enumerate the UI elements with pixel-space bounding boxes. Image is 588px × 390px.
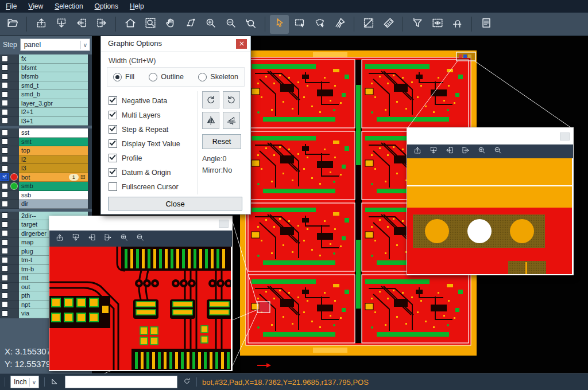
pan-hand-button[interactable]: [161, 15, 180, 34]
radio-fill[interactable]: Fill: [113, 73, 134, 81]
zoom-in-button[interactable]: [119, 233, 129, 244]
layer-visibility-checkbox[interactable]: [0, 283, 9, 292]
layer-visibility-checkbox[interactable]: [0, 274, 9, 283]
layer-row-layer_3.gbr[interactable]: layer_3.gbr: [0, 99, 92, 108]
open-folder-button[interactable]: [3, 15, 22, 34]
window-button[interactable]: [560, 132, 570, 141]
rect-select-button[interactable]: [290, 15, 309, 34]
close-button[interactable]: Close: [108, 197, 242, 210]
drafting-triangle-icon[interactable]: [50, 376, 60, 388]
zoom-out-button[interactable]: [136, 233, 145, 244]
menu-item-file[interactable]: File: [0, 1, 22, 11]
ruler-button[interactable]: [379, 15, 398, 34]
select-tool-button[interactable]: [270, 15, 289, 34]
checkbox-datum-origin[interactable]: Datum & Origin: [109, 165, 180, 180]
checkbox-multi-layers[interactable]: Multi Layers: [109, 108, 180, 122]
layer-row-bfsmb[interactable]: bfsmb: [0, 72, 92, 81]
filter-button[interactable]: [408, 15, 427, 34]
layer-active-indicator[interactable]: [9, 309, 19, 318]
layer-active-indicator[interactable]: [9, 212, 19, 221]
layer-row-sst[interactable]: sst: [0, 128, 92, 138]
pan-left-button[interactable]: [87, 233, 96, 244]
layer-active-indicator[interactable]: [9, 265, 19, 274]
layer-visibility-checkbox[interactable]: [0, 108, 9, 117]
flip-v-button[interactable]: [223, 112, 240, 129]
dialog-close-button[interactable]: [236, 39, 247, 49]
pan-down-button[interactable]: [71, 233, 80, 244]
pan-up-button[interactable]: [32, 15, 51, 34]
flip-h-button[interactable]: [202, 112, 219, 129]
layer-name-bar[interactable]: smd_t: [19, 81, 88, 91]
layer-visibility-checkbox[interactable]: [0, 90, 9, 99]
menu-item-selection[interactable]: Selection: [49, 1, 88, 11]
layer-row-l3[interactable]: l3: [0, 164, 92, 173]
layer-row-bot[interactable]: bot1⊞: [0, 173, 92, 182]
layer-active-indicator[interactable]: [9, 81, 19, 91]
layer-row-l2[interactable]: l2: [0, 155, 92, 165]
layer-active-indicator[interactable]: [9, 155, 19, 165]
layer-active-indicator[interactable]: [9, 108, 19, 117]
layer-visibility-checkbox[interactable]: [0, 309, 9, 318]
layer-row-bfsmt[interactable]: bfsmt: [0, 64, 92, 73]
magnifier-titlebar[interactable]: [49, 216, 232, 231]
layer-row-top[interactable]: top: [0, 146, 92, 155]
layer-name-bar[interactable]: fx: [19, 54, 88, 64]
layer-name-bar[interactable]: dir: [19, 200, 88, 209]
layer-active-indicator[interactable]: [9, 72, 19, 81]
layer-name-bar[interactable]: top: [19, 146, 88, 155]
layer-active-indicator[interactable]: [9, 128, 19, 138]
layer-row-smt[interactable]: smt: [0, 138, 92, 147]
layer-name-bar[interactable]: smt: [19, 138, 88, 147]
layer-visibility-checkbox[interactable]: [0, 220, 9, 229]
rotate-ccw-button[interactable]: [223, 91, 240, 108]
layer-active-indicator[interactable]: [9, 238, 19, 247]
layer-active-indicator[interactable]: [9, 146, 19, 155]
layer-active-indicator[interactable]: [9, 291, 19, 301]
layer-row-l3+1[interactable]: l3+1: [0, 117, 92, 126]
layer-visibility-checkbox[interactable]: [0, 117, 9, 126]
layer-name-bar[interactable]: ssb: [19, 191, 88, 200]
checkbox-display-text-value[interactable]: Display Text Value: [109, 136, 180, 151]
layer-row-dir[interactable]: dir: [0, 200, 92, 209]
layer-visibility-checkbox[interactable]: [0, 247, 9, 256]
layer-visibility-checkbox[interactable]: [0, 200, 9, 209]
zoom-previous-button[interactable]: [241, 15, 260, 34]
refresh-icon[interactable]: [183, 377, 191, 388]
layer-visibility-checkbox[interactable]: [0, 182, 9, 191]
pan-left-button[interactable]: [72, 15, 91, 34]
checkbox-fullscreen-cursor[interactable]: Fullscreen Cursor: [109, 180, 180, 194]
layer-visibility-checkbox[interactable]: [0, 191, 9, 200]
layer-active-indicator[interactable]: [9, 182, 19, 191]
zoom-in-button[interactable]: [201, 15, 220, 34]
unit-select[interactable]: Inch ∨: [10, 376, 39, 388]
layer-name-bar[interactable]: smd_b: [19, 90, 88, 99]
layer-row-smb[interactable]: smb: [0, 182, 92, 191]
radio-skeleton[interactable]: Skeleton: [198, 73, 238, 81]
layer-visibility-checkbox[interactable]: [0, 72, 9, 81]
command-input[interactable]: [65, 376, 177, 388]
layer-active-indicator[interactable]: [9, 256, 19, 265]
pan-up-button[interactable]: [413, 146, 422, 157]
layer-visibility-checkbox[interactable]: [0, 146, 9, 155]
step-select[interactable]: panel ∨: [20, 38, 90, 51]
layer-active-indicator[interactable]: [9, 200, 19, 209]
layer-visibility-checkbox[interactable]: [0, 265, 9, 274]
layer-active-indicator[interactable]: [9, 301, 19, 310]
magnifier-view-corner[interactable]: [407, 158, 572, 274]
layer-row-fx[interactable]: fx: [0, 54, 92, 64]
layer-active-indicator[interactable]: [9, 247, 19, 256]
layer-visibility-checkbox[interactable]: [0, 81, 9, 91]
layer-active-indicator[interactable]: [9, 191, 19, 200]
zoom-out-button[interactable]: [493, 146, 502, 157]
layer-active-indicator[interactable]: [9, 138, 19, 147]
pan-up-button[interactable]: [55, 233, 64, 244]
checkbox-step-repeat[interactable]: Step & Repeat: [109, 122, 180, 136]
layer-active-indicator[interactable]: [9, 164, 19, 173]
pan-down-button[interactable]: [429, 146, 438, 157]
clean-brush-button[interactable]: [330, 15, 349, 34]
menu-item-view[interactable]: View: [22, 1, 49, 11]
layer-active-indicator[interactable]: [9, 173, 19, 182]
layer-name-bar[interactable]: bfsmb: [19, 72, 88, 81]
layer-visibility-checkbox[interactable]: [0, 173, 9, 182]
layer-active-indicator[interactable]: [9, 90, 19, 99]
